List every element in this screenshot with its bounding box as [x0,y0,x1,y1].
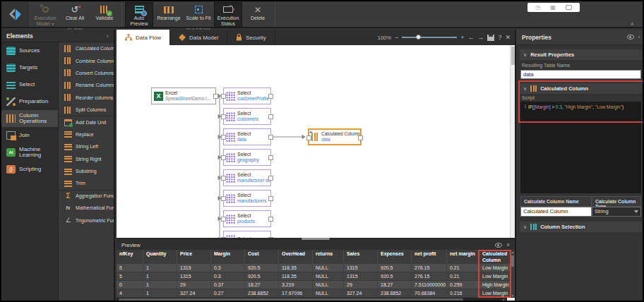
operation-item-combine-columns[interactable]: Combine Columns [59,54,114,66]
output-connector[interactable] [268,94,273,99]
select-node-customerprofile[interactable]: SelectcustomerProfile... [223,87,271,104]
excel-source-node[interactable]: X Excel SpreadSheetDemo l... [151,87,216,104]
output-connector[interactable] [268,217,273,222]
column-header-nfkey[interactable]: nfKey [117,250,143,264]
input-connector[interactable] [221,94,226,99]
table-row[interactable]: 5113150.3920.5118.35NULL1315920.5276.150… [117,264,515,272]
canvas-vertical-scrollbar[interactable] [510,45,515,238]
operation-item-string-right[interactable]: String Right [59,153,114,165]
operation-item-replace[interactable]: Replace [59,128,114,140]
output-connector[interactable] [213,94,218,99]
execution-model-button[interactable]: Execution Model [31,2,59,28]
tab-data-model[interactable]: Data Model [170,30,227,45]
table-row[interactable]: 5113150.3920.5118.35NULL1315920.5276.150… [117,272,515,281]
sidebar-item-preparation[interactable]: Preparation [1,93,58,110]
sidebar-item-targets[interactable]: Targets [1,59,58,76]
help-button[interactable]: ? [498,34,501,41]
output-connector[interactable] [358,135,363,140]
history-icon[interactable]: ◷ [535,4,540,11]
select-node-data[interactable]: Selectdata [223,128,271,145]
operation-item-mathematical-function[interactable]: fxMathematical Function [59,202,114,214]
output-connector[interactable] [268,196,273,201]
clear-all-button[interactable]: ↺✕ Clear All [61,2,89,28]
operation-item-substring[interactable]: Substring [59,165,114,177]
select-node-manufacturers[interactable]: Selectmanufacturers [223,190,271,207]
scroll-right-icon[interactable]: ▸ [503,298,505,302]
operation-item-calculated-column[interactable]: Calculated Column [59,42,114,54]
data-flow-canvas[interactable]: X Excel SpreadSheetDemo l... + Calculate… [117,45,515,238]
operation-item-split-columns[interactable]: Split Columns [59,104,114,116]
input-connector[interactable] [306,135,311,140]
input-connector[interactable] [221,155,226,160]
select-node-products[interactable]: Selectproducts [223,210,271,227]
table-row[interactable]: 01290.3718.273.219NULL2918.277.511000000… [117,281,515,289]
column-header-quantity[interactable]: Quantity [143,250,177,264]
output-connector[interactable] [268,135,273,140]
operation-item-convert-columns[interactable]: Convert Columns [59,67,114,79]
operation-item-aggregation-function[interactable]: ΣAggregation Function [59,190,114,202]
column-header-net-margin[interactable]: net margin [447,250,479,264]
scrollbar-thumb[interactable] [511,255,514,267]
column-header-net-profit[interactable]: net profit [412,250,447,264]
input-connector[interactable] [221,176,226,181]
zoom-in-button[interactable]: + [460,34,464,41]
zoom-slider-thumb[interactable] [416,35,421,40]
script-code[interactable]: IF([Margin] > 0.3, "High Margin", "Low M… [528,104,640,191]
operation-item-reorder-columns[interactable]: Reorder columns [59,92,114,104]
feedback-chat-icon[interactable] [566,5,572,10]
sidebar-item-join[interactable]: Join [1,127,58,144]
sidebar-item-machine-learning[interactable]: AIMachine Learning [1,144,58,161]
redo-button[interactable]: → [477,34,484,41]
grid-view-icon[interactable]: ▦ [550,4,556,11]
preview-horizontal-scrollbar[interactable]: ▸ [117,298,515,302]
save-icon[interactable] [487,35,494,41]
sidebar-item-column-operations[interactable]: Column Operations [1,110,58,127]
scrollbar-thumb[interactable] [119,298,463,302]
input-connector[interactable] [221,217,226,222]
output-connector[interactable] [268,176,273,181]
output-connector[interactable] [268,114,273,119]
properties-collapse-icon[interactable]: › [638,35,640,40]
calculate-column-name-input[interactable]: Calculated Column [520,207,592,217]
operation-item-rename-columns[interactable]: Rename Columns [59,79,114,91]
calculated-column-section[interactable]: ∨ Calculated Column [520,83,642,94]
select-node-geography[interactable]: Selectgeography [223,149,271,166]
preview-visibility-icon[interactable] [495,243,502,248]
properties-visibility-icon[interactable] [627,35,634,40]
tab-security[interactable]: Security [227,30,275,45]
input-connector[interactable] [221,135,226,140]
sidebar-item-scripting[interactable]: {}Scripting [1,161,58,178]
undo-button[interactable]: ← [467,34,474,41]
column-header-margin[interactable]: Margin [211,250,245,264]
ribbon-collapse-icon[interactable]: ∧ [630,22,634,27]
preview-collapse-icon[interactable]: ∨ [506,242,510,248]
table-row[interactable]: 41327.240.27238.885217.67096NULL327.2423… [117,289,515,298]
script-editor[interactable]: 1 IF([Margin] > 0.3, "High Margin", "Low… [520,102,641,193]
execution-status-button[interactable]: Execution Status [214,2,242,28]
tab-data-flow[interactable]: Data Flow [117,30,170,45]
delete-button[interactable]: ✕ Delete [244,2,272,28]
rearrange-button[interactable]: Rearrange [155,2,183,28]
auto-preview-button[interactable]: Auto Preview [125,2,153,28]
column-selection-section[interactable]: ∨ Column Selection [520,222,642,232]
select-node-clipped[interactable]: Select [223,231,271,238]
column-header-cost[interactable]: Cost [245,250,279,264]
input-connector[interactable] [221,196,226,201]
operation-item-add-date-unit[interactable]: Add Date Unit [59,116,114,128]
column-header-returns[interactable]: returns [313,250,344,264]
panel-collapse-icon[interactable]: ‹ [107,32,109,40]
column-header-overhead[interactable]: OverHead [279,250,313,264]
sidebar-item-sources[interactable]: Sources [1,42,58,59]
calculated-column-node[interactable]: + Calculated Column data [308,128,362,145]
scale-to-fit-button[interactable]: Scale to Fit [184,2,213,28]
operation-item-trim[interactable]: Trim [59,177,114,189]
operation-item-string-left[interactable]: String Left [59,140,114,152]
resulting-table-name-input[interactable]: data [520,70,641,79]
column-header-calculated-column[interactable]: Calculated Column [479,250,511,264]
column-header-price[interactable]: Price [177,250,211,264]
calculate-column-type-select[interactable]: String [592,207,641,217]
app-logo[interactable] [1,1,28,27]
sidebar-item-select[interactable]: Select [1,76,58,93]
column-header-sales[interactable]: Sales [344,250,378,264]
zoom-slider[interactable] [402,37,457,38]
